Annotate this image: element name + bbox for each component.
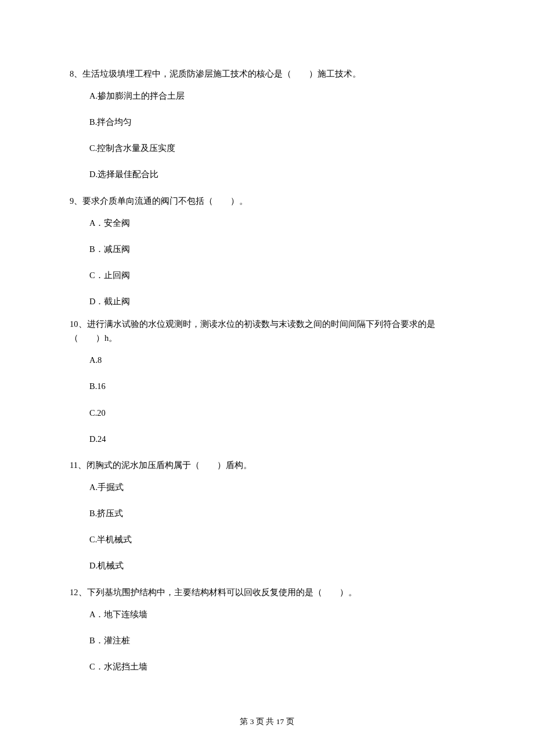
question-text: 下列基坑围护结构中，主要结构材料可以回收反复使用的是（ ）。: [87, 588, 357, 597]
question-option: B．灌注桩: [89, 634, 464, 647]
page-content: 8、生活垃圾填埋工程中，泥质防渗层施工技术的核心是（ ）施工技术。 A.掺加膨润…: [0, 0, 534, 756]
question-option: D.选择最佳配合比: [89, 168, 464, 181]
question-number: 8、: [70, 69, 82, 78]
question-text: 进行满水试验的水位观测时，测读水位的初读数与末读数之间的时间间隔下列符合要求的是…: [70, 319, 435, 343]
question-option: A．地下连续墙: [89, 608, 464, 621]
question-option: A.手掘式: [89, 481, 464, 494]
question-option: D.机械式: [89, 559, 464, 573]
question-option: D.24: [89, 433, 464, 446]
question-option: B.16: [89, 380, 464, 393]
question-option: C．水泥挡土墙: [89, 660, 464, 674]
question-option: B.挤压式: [89, 507, 464, 520]
question-number: 9、: [70, 196, 82, 206]
question-text: 要求介质单向流通的阀门不包括（ ）。: [82, 196, 248, 206]
question-option: B．减压阀: [89, 243, 464, 256]
question-option: C.控制含水量及压实度: [89, 142, 464, 155]
question-option: A．安全阀: [89, 217, 464, 230]
question-option: C.20: [89, 406, 464, 420]
question-stem: 8、生活垃圾填埋工程中，泥质防渗层施工技术的核心是（ ）施工技术。: [70, 67, 464, 81]
page-footer: 第 3 页 共 17 页: [0, 717, 534, 727]
question-stem: 10、进行满水试验的水位观测时，测读水位的初读数与末读数之间的时间间隔下列符合要…: [70, 318, 464, 345]
question-stem: 12、下列基坑围护结构中，主要结构材料可以回收反复使用的是（ ）。: [70, 586, 464, 600]
question-option: B.拌合均匀: [89, 116, 464, 129]
question-stem: 11、闭胸式的泥水加压盾构属于（ ）盾构。: [70, 459, 464, 473]
question-option: D．截止阀: [89, 295, 464, 308]
question-number: 10、: [70, 319, 87, 329]
question-text: 生活垃圾填埋工程中，泥质防渗层施工技术的核心是（ ）施工技术。: [82, 69, 361, 78]
question-option: C．止回阀: [89, 269, 464, 282]
question-stem: 9、要求介质单向流通的阀门不包括（ ）。: [70, 195, 464, 208]
question-text: 闭胸式的泥水加压盾构属于（ ）盾构。: [86, 460, 252, 470]
question-option: A.8: [89, 354, 464, 367]
question-number: 12、: [70, 588, 87, 597]
question-option: A.掺加膨润土的拌合土层: [89, 89, 464, 103]
question-option: C.半机械式: [89, 533, 464, 546]
question-number: 11、: [70, 460, 86, 470]
